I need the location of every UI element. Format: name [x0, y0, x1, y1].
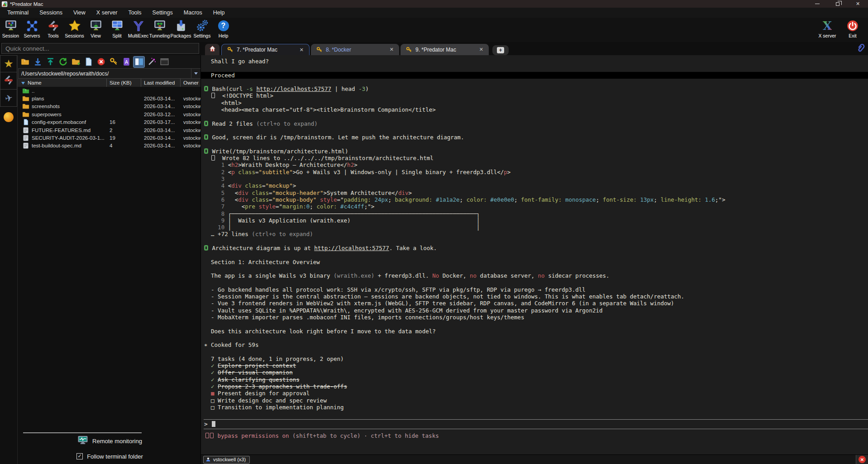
new-tab-button[interactable]: + — [492, 45, 509, 55]
delete-icon[interactable] — [95, 57, 106, 67]
toolbar-settings-button[interactable]: Settings — [191, 18, 213, 38]
column-header-name[interactable]: Name — [18, 79, 107, 87]
title-bar: *Predator Mac — [0, 0, 868, 8]
menu-terminal[interactable]: Terminal — [2, 8, 34, 18]
menu-view[interactable]: View — [68, 8, 91, 18]
toolbar-x-server-button[interactable]: XX server — [815, 18, 840, 38]
folder-icon — [22, 103, 29, 109]
session-icon — [4, 19, 18, 33]
terminal-line: 5 <div class="mockup-header">System Arch… — [204, 189, 868, 196]
key-icon — [316, 47, 323, 53]
file-row-[interactable]: ↑.. — [18, 87, 202, 95]
toolbar-session-button[interactable]: Session — [0, 18, 21, 38]
terminal-line: □ Write design doc and spec review — [204, 397, 868, 404]
sidebar-tab-tools[interactable] — [0, 72, 17, 90]
sidebar-tab-macros[interactable]: ✈ — [0, 90, 17, 107]
terminal-tab-9-predator-mac[interactable]: 9. *Predator Mac✕ — [401, 44, 489, 55]
terminal-line — [204, 265, 868, 272]
file-row-security-audit-2026-03-1[interactable]: SECURITY-AUDIT-2026-03-1...192026-03-14.… — [18, 134, 202, 142]
restore-button[interactable] — [827, 0, 848, 8]
sidebar: ★ ✈ ↑+A /Users/vstockwell/repos/wraith/d… — [0, 55, 200, 464]
home-tab[interactable] — [205, 44, 219, 55]
toolbar-help-button[interactable]: ?Help — [213, 18, 234, 38]
terminal-line: Write(/tmp/brainstorm/architecture.html) — [204, 148, 868, 155]
terminal[interactable]: Shall I go ahead? Proceed Bash(curl -s h… — [201, 55, 868, 455]
follow-terminal-label: Follow terminal folder — [87, 453, 143, 460]
file-row-superpowers[interactable]: superpowers2026-03-12...vstockw — [18, 110, 202, 118]
new-folder-icon[interactable]: + — [70, 57, 81, 67]
wand-icon[interactable] — [146, 57, 157, 67]
conf-icon — [22, 119, 29, 125]
column-header-size[interactable]: Size (KB) — [107, 79, 141, 87]
tab-close-icon[interactable]: ✕ — [390, 47, 394, 52]
terminal-line — [204, 141, 868, 148]
terminal-tab-8-docker[interactable]: 8. *Docker✕ — [311, 44, 399, 55]
tab-close-icon[interactable]: ✕ — [300, 47, 304, 53]
file-table: Name Size (KB) Last modified Owner ↑..pl… — [18, 79, 202, 150]
new-file-icon[interactable] — [83, 57, 94, 67]
toolbar-tools-button[interactable]: Tools — [43, 18, 64, 38]
folder-icon — [22, 95, 29, 102]
menu-x-server[interactable]: X server — [91, 8, 123, 18]
terminal-icon[interactable] — [159, 57, 170, 67]
minimize-button[interactable] — [807, 0, 827, 8]
terminal-line: Section 1: Architecture Overview — [204, 259, 868, 265]
rename-icon[interactable]: A — [121, 57, 132, 67]
file-row-test-buildout-spec-md[interactable]: test-buildout-spec.md42026-03-14...vstoc… — [18, 142, 202, 150]
tab-close-icon[interactable]: ✕ — [479, 47, 483, 52]
terminal-line — [204, 113, 868, 120]
terminal-line: ✓ Offer visual companion — [204, 369, 868, 376]
terminal-line — [204, 127, 868, 134]
toolbar-sessions-button[interactable]: Sessions — [64, 18, 85, 38]
remote-monitoring-label: Remote monitoring — [92, 438, 142, 445]
folder-icon — [22, 111, 29, 118]
toolbar-tunneling-button[interactable]: Tunneling — [149, 18, 170, 38]
menu-sessions[interactable]: Sessions — [34, 8, 68, 18]
toolbar-exit-button[interactable]: Exit — [840, 18, 865, 38]
toolbar-servers-button[interactable]: Servers — [21, 18, 43, 38]
toolbar-view-button[interactable]: View — [85, 18, 106, 38]
upload-icon[interactable] — [45, 57, 56, 67]
refresh-icon[interactable] — [57, 57, 68, 67]
download-icon[interactable] — [32, 57, 43, 67]
sidebar-tab-sessions[interactable]: ★ — [0, 55, 17, 72]
exit-icon — [845, 19, 860, 33]
remote-monitoring-row[interactable]: Remote monitoring — [18, 433, 202, 449]
ssh-key-icon[interactable] — [108, 57, 119, 67]
tunneling-icon — [153, 19, 167, 33]
file-row-config-export-mobaconf[interactable]: config-export.mobaconf162026-03-17...vst… — [18, 118, 202, 126]
menu-tools[interactable]: Tools — [123, 8, 147, 18]
menu-help[interactable]: Help — [208, 8, 230, 18]
column-header-modified[interactable]: Last modified — [141, 79, 181, 87]
quick-connect-input[interactable]: Quick connect... — [1, 43, 199, 54]
terminal-line: The app is a single Wails v3 binary (wra… — [204, 272, 868, 279]
toolbar-split-button[interactable]: Split — [106, 18, 128, 38]
paperclip-icon[interactable] — [856, 43, 866, 53]
column-header-owner[interactable]: Owner — [181, 79, 202, 87]
session-taskbar-button[interactable]: vstockwell (x3) — [203, 456, 250, 464]
close-button[interactable] — [848, 0, 868, 8]
menu-settings[interactable]: Settings — [147, 8, 178, 18]
toolbar-packages-button[interactable]: Packages — [170, 18, 191, 38]
terminal-tab-7-predator-mac[interactable]: 7. *Predator Mac✕ — [221, 44, 310, 55]
prompt-line[interactable]: > — [204, 420, 868, 429]
toolbar-multiexec-button[interactable]: MultiExec — [128, 18, 149, 38]
menu-macros[interactable]: Macros — [178, 8, 208, 18]
follow-terminal-folder-row[interactable]: Follow terminal folder — [18, 449, 202, 464]
file-row-screenshots[interactable]: screenshots2026-03-14...vstockw — [18, 103, 202, 110]
parent-dir-icon[interactable]: ↑ — [19, 57, 30, 67]
close-terminal-button[interactable]: ✕ — [858, 456, 866, 463]
path-dropdown-button[interactable] — [191, 68, 201, 79]
follow-terminal-checkbox[interactable] — [76, 453, 83, 459]
view-icon — [89, 19, 103, 33]
file-browser-panel: ↑+A /Users/vstockwell/repos/wraith/docs/… — [17, 55, 202, 464]
globe-icon[interactable] — [4, 112, 14, 122]
dual-pane-icon[interactable] — [134, 57, 144, 67]
path-input[interactable]: /Users/vstockwell/repos/wraith/docs/ — [18, 68, 191, 79]
file-row-plans[interactable]: plans2026-03-14...vstockw — [18, 95, 202, 102]
path-bar: /Users/vstockwell/repos/wraith/docs/ — [18, 68, 202, 79]
terminal-line: Architecture diagram is up at http://loc… — [204, 245, 868, 251]
file-row-future-features-md[interactable]: FUTURE-FEATURES.md22026-03-14...vstockw — [18, 126, 202, 134]
packages-icon — [174, 19, 188, 33]
terminal-line: 10 │ │ — [204, 224, 868, 231]
